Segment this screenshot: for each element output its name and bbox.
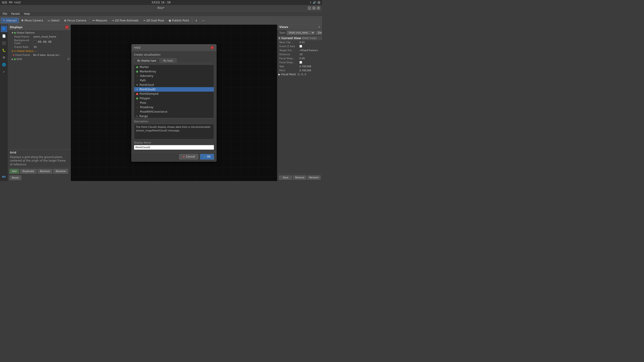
fixed-frame-status-value: No tf data. Actual err... [33,54,70,56]
sidebar-rviz-icon[interactable]: 🔵 [1,25,8,32]
sidebar-debug-icon[interactable]: 🐛 [1,47,8,54]
rename-view-button[interactable]: Rename [307,175,321,180]
menu-bar: File Panels Help [0,11,322,16]
viz-item-markerarray[interactable]: ● MarkerArray [134,69,214,74]
pointcloud2-icon: ✦ [136,88,138,91]
posewithcovariance-icon: ⟋ [136,110,139,113]
zero-button[interactable]: Zero [316,31,322,35]
global-options-expand[interactable]: ▼ [12,31,14,34]
visualization-list[interactable]: ● Marker ● MarkerArray ⟋ Odometry [134,64,214,118]
grid-tree-item[interactable]: ▶ ● Grid ☑ [8,57,70,61]
markerarray-label: MarkerArray [140,70,156,73]
displays-panel-close[interactable]: ✕ [65,25,69,29]
background-color-swatch [34,41,36,43]
viz-item-marker[interactable]: ● Marker [134,65,214,69]
main-layout: 🔵 📄 ⬛ 🐛 ⚙ 🌐 ✓ RV Displays ✕ ▼ ● Global O… [0,24,322,181]
grid-label: Grid [16,58,66,60]
near-clip-value[interactable]: 0.01 [300,41,320,44]
range-icon: ◇ [136,115,138,118]
sidebar-files-icon[interactable]: 📄 [1,33,8,39]
focus-camera-button[interactable]: ⊕ Focus Camera [62,18,88,23]
views-panel-close[interactable]: ✕ [318,26,320,28]
ok-button[interactable]: ✓ OK [200,154,214,160]
viz-item-pose[interactable]: ⟋ Pose [134,100,214,105]
background-color-value[interactable]: 48; 48; 48 [34,40,70,43]
yaw-value[interactable]: 0.785398 [300,65,320,68]
tab-by-display-type[interactable]: By display type [134,58,160,63]
global-status-expand[interactable]: ⊕ [12,50,14,52]
focal-shape1-label: Focal Shap... [279,57,300,60]
viz-item-pointcloud2[interactable]: ✦ PointCloud2 [134,87,214,92]
viz-item-posearray[interactable]: ⟋ PoseArray [134,105,214,109]
global-options-tree-item[interactable]: ▼ ● Global Options [8,31,70,35]
grid-checkbox[interactable]: ☑ [67,58,70,60]
viz-item-odometry[interactable]: ⟋ Odometry [134,74,214,78]
add-display-button[interactable]: Add [10,169,19,174]
invert-z-prop: Invert Z Axis [278,44,322,48]
focal-point-header[interactable]: ▶ Focal Point 0; 0; 0 [278,73,321,76]
viz-item-polygon[interactable]: ● Polygon [134,96,214,100]
add-toolbar-button[interactable]: + [193,18,200,23]
tab-by-topic[interactable]: By topic [160,58,177,63]
pose-estimate-label: 2D Pose Estimate [115,19,138,22]
viz-item-path[interactable]: ⟋ Path [134,78,214,83]
interact-button[interactable]: ↖ Interact [1,18,19,23]
viz-item-pointstamped[interactable]: ● PointStamped [134,92,214,96]
publish-point-button[interactable]: ◉ Publish Point [166,18,191,23]
goal-pose-button[interactable]: → 2D Goal Pose [141,18,166,23]
rename-display-button[interactable]: Rename [53,169,68,174]
menu-help[interactable]: Help [22,12,32,16]
posearray-icon: ⟋ [136,106,139,109]
markerarray-icon: ● [136,70,138,73]
app-indicator: RV· rviz2 [9,1,21,4]
viz-item-posewithcovariance[interactable]: ⟋ PoseWithCovariance [134,109,214,114]
maximize-button[interactable]: □ [312,6,316,10]
current-view-header[interactable]: ▼ Current View Orbit (rviz) [278,36,322,40]
measure-button[interactable]: ↔ Measure [90,18,109,23]
sidebar-check-icon[interactable]: ✓ [1,68,8,75]
move-camera-label: Move Camera [24,19,43,22]
pose-estimate-button[interactable]: → 2D Pose Estimate [110,18,140,23]
modal-tabs: By display type By topic [134,58,214,63]
views-panel-title: Views [279,25,288,28]
background-color-label: Background Color [9,39,34,45]
sidebar-rviz2-icon[interactable]: RV [1,173,8,180]
sidebar-earth-icon[interactable]: 🌐 [1,61,8,68]
viz-item-range[interactable]: ◇ Range [134,114,214,118]
select-button[interactable]: ▭ Select [46,18,62,23]
fixed-frame-status-icon: ⊕ [12,54,14,56]
save-view-button[interactable]: Save [279,175,292,180]
ok-icon: ✓ [204,155,206,158]
sidebar-terminal-icon[interactable]: ⬛ [1,40,8,46]
views-type-select[interactable]: Orbit (rviz_defa... [287,31,315,35]
frame-rate-value[interactable]: 30 [34,45,70,48]
remove-display-button[interactable]: Remove [38,169,52,174]
global-status-tree-item[interactable]: ⊕ ⚠ Global Status: ... [8,49,70,53]
distance-value[interactable]: 10 [300,53,320,56]
focal-shape1-value[interactable]: 0.05 [300,57,320,60]
menu-panels[interactable]: Panels [10,12,22,16]
target-frame-value[interactable]: <Fixed Frame> [300,49,320,52]
menu-file[interactable]: File [1,12,9,16]
power-icon: ⏻ [318,1,320,4]
minimize-button[interactable]: _ [308,6,311,10]
fixed-frame-value[interactable]: point_cloud_frame [34,35,70,38]
title-bar-controls: _ □ ✕ [308,6,320,10]
viz-item-pointcloud[interactable]: ✦ PointCloud [134,83,214,87]
display-name-input[interactable] [134,145,214,150]
modal-close-button[interactable]: ✕ [210,46,214,49]
focal-shape2-checkbox[interactable] [300,61,302,64]
sidebar-extensions-icon[interactable]: ⚙ [1,54,8,61]
pitch-value[interactable]: 0.785398 [300,69,320,72]
move-camera-button[interactable]: ✥ Move Camera [19,18,45,23]
close-button[interactable]: ✕ [317,6,320,10]
cancel-button[interactable]: ✕ Cancel [179,154,198,160]
invert-z-checkbox[interactable] [300,45,302,48]
remove-view-button[interactable]: Remove [293,175,306,180]
grid-expand[interactable]: ▶ [12,58,14,60]
main-viewport: rviz2 ✕ Create visualization By display … [71,24,277,181]
displays-panel-title: Displays [10,26,22,29]
toolbar-extra-button[interactable]: — [200,18,206,23]
reset-button[interactable]: Reset [10,175,21,180]
duplicate-display-button[interactable]: Duplicate [20,169,36,174]
